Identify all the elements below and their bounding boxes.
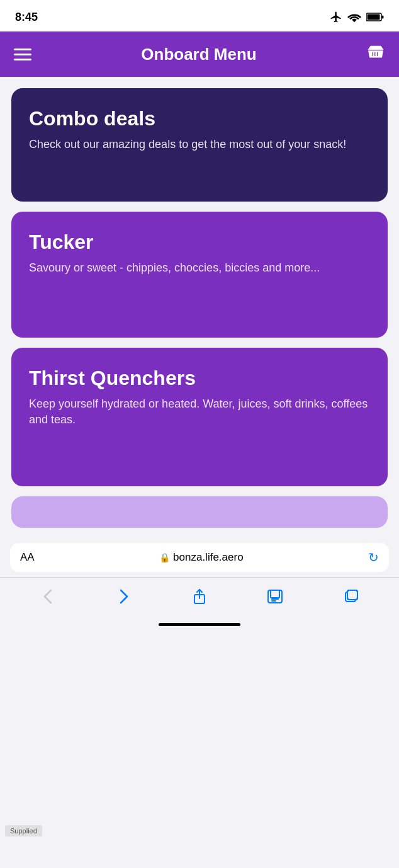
tabs-icon [343,589,359,604]
bookmarks-button[interactable] [259,584,291,609]
battery-icon [366,12,384,22]
basket-button[interactable] [366,43,385,65]
thirst-quenchers-card[interactable]: Thirst Quenchers Keep yourself hydrated … [11,348,388,486]
hamburger-menu-button[interactable] [14,49,31,60]
wifi-icon [347,11,361,23]
browser-reload-button[interactable]: ↻ [368,550,379,565]
tucker-subtitle: Savoury or sweet - chippies, choccies, b… [29,260,370,276]
home-bar [159,623,240,626]
thirst-quenchers-title: Thirst Quenchers [29,367,370,390]
share-icon [193,588,206,605]
svg-rect-10 [347,590,357,600]
browser-bar: AA 🔒 bonza.life.aero ↻ [0,535,399,577]
home-indicator [0,617,399,630]
browser-aa-button[interactable]: AA [20,551,35,564]
combo-deals-title: Combo deals [29,107,370,130]
hamburger-line-1 [14,49,31,50]
forward-button[interactable] [108,584,140,609]
back-button[interactable] [32,584,64,609]
app-wrapper: 8:45 Onboard Menu [0,0,399,868]
tucker-title: Tucker [29,231,370,254]
status-icons [330,11,384,23]
partial-card-hint [11,496,388,528]
page-title: Onboard Menu [141,45,256,64]
menu-content: Combo deals Check out our amazing deals … [0,77,399,528]
hamburger-line-3 [14,59,31,60]
combo-deals-card[interactable]: Combo deals Check out our amazing deals … [11,88,388,202]
bookmarks-icon [267,589,283,604]
thirst-quenchers-subtitle: Keep yourself hydrated or heated. Water,… [29,396,370,428]
nav-header: Onboard Menu [0,31,399,77]
browser-address-bar[interactable]: AA 🔒 bonza.life.aero ↻ [10,543,389,572]
browser-left-controls: AA [20,551,35,564]
airplane-icon [330,11,342,23]
svg-rect-6 [271,590,279,598]
browser-url-group: 🔒 bonza.life.aero [159,551,244,564]
supplied-label: Supplied [5,825,42,837]
tabs-button[interactable] [335,584,367,609]
status-time: 8:45 [15,11,38,24]
browser-url-text[interactable]: bonza.life.aero [173,551,244,564]
browser-toolbar [0,577,399,617]
forward-chevron-icon [120,589,128,604]
status-bar: 8:45 [0,0,399,31]
back-chevron-icon [43,589,52,604]
share-button[interactable] [184,584,215,609]
lock-icon: 🔒 [159,552,170,562]
basket-svg-icon [366,43,385,62]
svg-rect-1 [368,14,380,20]
svg-rect-2 [382,16,384,19]
combo-deals-subtitle: Check out our amazing deals to get the m… [29,137,370,152]
tucker-card[interactable]: Tucker Savoury or sweet - chippies, choc… [11,212,388,338]
hamburger-line-2 [14,54,31,55]
